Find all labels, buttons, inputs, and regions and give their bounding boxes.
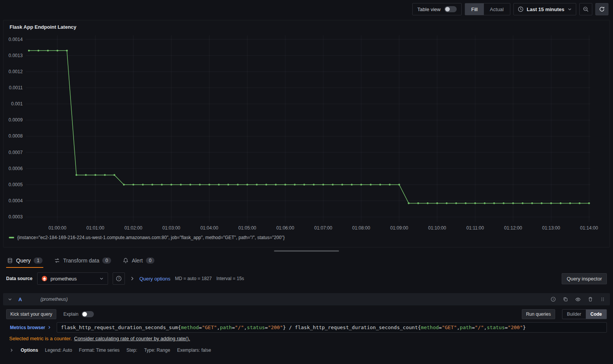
time-range-picker[interactable]: Last 15 minutes [513,3,576,15]
angle-right-icon [47,325,51,330]
copy-icon[interactable] [563,297,568,302]
options-exemplars: Exemplars: false [177,348,211,353]
table-view-group: Table view [412,3,462,15]
chevron-down-icon [567,7,572,11]
warning-text: Selected metric is a counter. [9,336,72,341]
bell-icon [123,257,129,264]
promql-query-input[interactable]: flask_http_request_duration_seconds_sum{… [57,322,607,333]
collapse-chevron-icon[interactable] [8,297,12,302]
fill-button[interactable]: Fill [465,3,484,15]
options-type: Type: Range [144,348,170,353]
fill-actual-group: Fill Actual [465,3,510,15]
svg-text:01:13:00: 01:13:00 [542,225,560,231]
refresh-button[interactable] [595,3,608,15]
legend-series-label[interactable]: {instance="ec2-184-169-216-224.us-west-1… [17,235,285,240]
clock-icon [518,6,524,12]
query-row-actions: ? [551,297,605,302]
tab-query[interactable]: Query 1 [6,256,43,268]
svg-text:01:08:00: 01:08:00 [352,225,370,231]
top-toolbar: Table view Fill Actual Last 15 minutes [0,0,613,18]
svg-text:01:09:00: 01:09:00 [390,225,408,231]
svg-text:?: ? [118,277,120,280]
svg-text:01:05:00: 01:05:00 [238,225,256,231]
actual-button[interactable]: Actual [484,3,510,15]
query-options-summary-row: Options Legend: Auto Format: Time series… [9,348,604,353]
tab-alert-count: 0 [146,257,155,264]
chart-area[interactable]: 0.00030.00040.00050.00060.00070.00080.00… [3,31,610,233]
toggle-knob [445,7,450,11]
tab-query-count: 1 [34,257,43,264]
max-datapoints-text: MD = auto = 1827 [175,276,212,281]
grip-icon[interactable] [600,297,605,302]
builder-code-group: Builder Code [562,309,607,319]
svg-text:0.0005: 0.0005 [8,182,23,187]
promql-editor-row: Metrics browser flask_http_request_durat… [6,322,607,333]
options-step: Step: [126,348,137,353]
svg-text:0.0004: 0.0004 [8,198,23,203]
angle-right-icon[interactable] [9,348,14,353]
svg-text:01:12:00: 01:12:00 [504,225,522,231]
trash-icon[interactable] [588,297,593,302]
transform-icon [54,257,60,264]
svg-text:0.0012: 0.0012 [8,69,23,74]
eye-icon[interactable] [575,297,581,302]
svg-text:01:07:00: 01:07:00 [314,225,332,231]
svg-text:0.0011: 0.0011 [9,85,23,90]
options-label[interactable]: Options [21,348,38,353]
counter-warning-row: Selected metric is a counter.Consider ca… [9,336,604,341]
options-legend: Legend: Auto [45,348,72,353]
database-icon [7,257,13,264]
help-circle-icon: ? [116,275,122,282]
metrics-browser-link[interactable]: Metrics browser [6,322,57,333]
svg-text:01:06:00: 01:06:00 [276,225,294,231]
svg-text:0.0008: 0.0008 [8,133,23,139]
chart-legend: {instance="ec2-184-169-216-224.us-west-1… [3,233,610,242]
svg-text:01:11:00: 01:11:00 [466,225,484,231]
svg-text:0.0013: 0.0013 [8,53,23,58]
run-queries-button[interactable]: Run queries [522,309,555,319]
explain-group: Explain [63,311,93,317]
svg-text:0.0007: 0.0007 [8,150,23,155]
tab-transform-data[interactable]: Transform data 0 [53,256,112,268]
metrics-browser-label: Metrics browser [10,325,45,330]
query-editor-card: A (prometheus) ? Kick start your query E… [3,293,610,353]
pane-resize-handle[interactable] [274,250,339,252]
table-view-label: Table view [417,7,441,12]
svg-text:01:14:00: 01:14:00 [580,225,598,231]
explain-toggle[interactable] [82,311,94,317]
timeseries-chart[interactable]: 0.00030.00040.00050.00060.00070.00080.00… [7,31,606,233]
query-inspector-button[interactable]: Query inspector [562,273,607,284]
builder-button[interactable]: Builder [562,310,586,319]
legend-series-swatch [9,237,14,238]
query-ref-id: A [18,297,22,302]
svg-text:0.0009: 0.0009 [8,117,23,123]
options-format: Format: Time series [79,348,120,353]
tab-alert-label: Alert [132,257,143,264]
tab-query-label: Query [16,257,31,264]
svg-text:01:00:00: 01:00:00 [48,225,66,231]
svg-text:01:02:00: 01:02:00 [125,225,143,231]
help-circle-icon[interactable]: ? [551,297,556,302]
tab-transform-label: Transform data [63,257,99,264]
add-rate-link[interactable]: Consider calculating rate of counter by … [74,336,190,341]
tab-alert[interactable]: Alert 0 [122,256,155,268]
datasource-row: Data source prometheus ? Query options M… [0,269,613,288]
svg-text:?: ? [552,298,554,301]
datasource-help-button[interactable]: ? [113,272,125,285]
kick-start-query-button[interactable]: Kick start your query [6,309,56,319]
query-datasource-hint: (prometheus) [40,297,67,302]
magnifier-minus-icon [583,6,589,12]
datasource-value: prometheus [51,276,77,282]
zoom-out-button[interactable] [579,3,592,15]
prometheus-icon [41,275,48,282]
panel-title: Flask App Endpoint Latency [3,20,610,31]
angle-right-icon[interactable] [129,276,135,281]
code-button[interactable]: Code [586,310,606,319]
query-row-header[interactable]: A (prometheus) ? [3,293,610,305]
svg-text:0.0014: 0.0014 [8,37,23,42]
query-options-link[interactable]: Query options [139,276,170,282]
svg-text:01:03:00: 01:03:00 [162,225,180,231]
datasource-select[interactable]: prometheus [37,272,108,285]
table-view-toggle[interactable] [444,6,457,12]
tab-transform-count: 0 [102,257,111,264]
